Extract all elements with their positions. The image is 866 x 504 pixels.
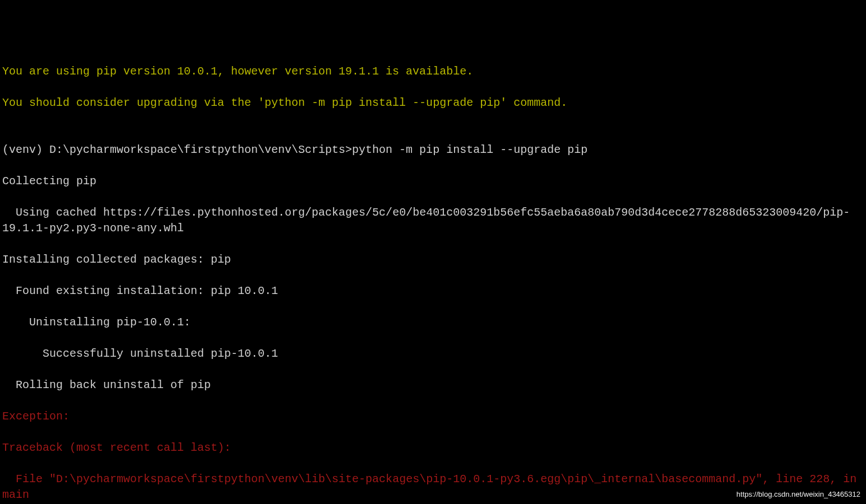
output-uninstalling: Uninstalling pip-10.0.1: [2,315,864,330]
output-collecting: Collecting pip [2,174,864,189]
output-cached-url: Using cached https://files.pythonhosted.… [2,205,864,236]
output-success-uninstall: Successfully uninstalled pip-10.0.1 [2,346,864,362]
error-exception: Exception: [2,409,864,424]
watermark-text: https://blog.csdn.net/weixin_43465312 [737,489,860,500]
command-prompt-line[interactable]: (venv) D:\pycharmworkspace\firstpython\v… [2,142,864,158]
pip-version-warning-line1: You are using pip version 10.0.1, howeve… [2,64,864,80]
error-traceback-header: Traceback (most recent call last): [2,440,864,456]
output-installing: Installing collected packages: pip [2,252,864,268]
error-traceback-file1: File "D:\pycharmworkspace\firstpython\ve… [2,472,864,503]
pip-version-warning-line2: You should consider upgrading via the 'p… [2,95,864,111]
output-found-existing: Found existing installation: pip 10.0.1 [2,283,864,299]
output-rolling-back: Rolling back uninstall of pip [2,377,864,393]
